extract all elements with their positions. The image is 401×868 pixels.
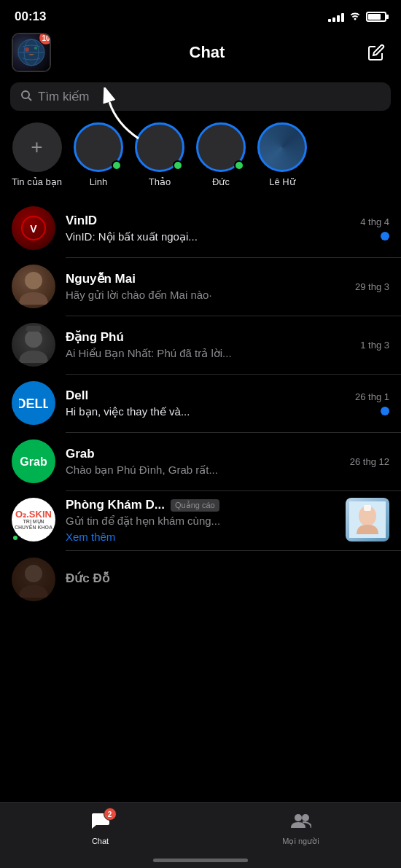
- stories-row: + Tin của bạn Linh Thảo Đức Lê Hữ: [0, 120, 401, 199]
- status-time: 00:13: [15, 9, 46, 24]
- chat-item-grab[interactable]: Grab Grab Chào bạn Phú Đình, Grab rất...…: [0, 432, 401, 490]
- chat-time-vinid: 4 thg 4: [360, 216, 389, 227]
- nav-badge-chat: 2: [104, 808, 117, 821]
- ad-name-phong-kham: Phòng Khám D...: [66, 498, 165, 512]
- chat-name-dell: Dell: [66, 388, 345, 403]
- online-indicator-duc: [234, 160, 244, 171]
- add-story-avatar: +: [12, 122, 62, 172]
- chat-content-dell: Dell Hi bạn, việc thay thế và...: [66, 388, 345, 418]
- status-bar: 00:13: [0, 0, 401, 29]
- chat-name-vinid: VinID: [66, 214, 350, 228]
- ad-preview-phong-kham: Gửi tin để đặt hẹn khám cùng...: [66, 515, 335, 528]
- search-icon: [20, 90, 32, 104]
- chat-preview-nguyen-mai: Hãy gửi lời chào đến Mai nào·: [66, 289, 345, 302]
- partial-content: Đức Đỗ: [66, 571, 389, 588]
- svg-point-21: [302, 814, 309, 821]
- chat-meta-vinid: 4 thg 4: [360, 216, 389, 241]
- ad-name-row: Phòng Khám D... Quảng cáo: [66, 498, 335, 512]
- chat-avatar-vinid: V: [12, 206, 55, 250]
- story-add[interactable]: + Tin của bạn: [12, 122, 62, 187]
- story-label-lehu: Lê Hữ: [269, 176, 295, 187]
- nav-icon-people-wrap: [291, 810, 311, 834]
- svg-point-5: [22, 91, 29, 98]
- chat-preview-dell: Hi bạn, việc thay thế và...: [66, 405, 345, 418]
- search-placeholder: Tìm kiếm: [38, 89, 89, 104]
- header: 10 Chat: [0, 29, 401, 79]
- nav-item-people[interactable]: Mọi người: [200, 810, 401, 846]
- story-label-linh: Linh: [90, 176, 108, 187]
- profile-avatar[interactable]: 10: [12, 33, 51, 72]
- chat-preview-vinid: VinID: Nội bất xuất ngoại...: [66, 230, 350, 243]
- chat-content-vinid: VinID VinID: Nội bất xuất ngoại...: [66, 214, 350, 243]
- notification-badge: 10: [39, 33, 51, 45]
- story-label-add: Tin của bạn: [12, 176, 62, 187]
- chat-meta-grab: 26 thg 12: [350, 456, 389, 467]
- nav-item-chat[interactable]: 2 Chat: [0, 810, 200, 845]
- chat-preview-dang-phu: Ai Hiểu Bạn Nhất: Phú đã trả lời...: [66, 347, 350, 360]
- unread-dot-dell: [381, 407, 389, 415]
- svg-text:V: V: [30, 223, 37, 235]
- partial-avatar: [12, 558, 55, 601]
- nav-label-people: Mọi người: [282, 837, 319, 846]
- chat-avatar-dell: DELL: [12, 381, 55, 425]
- chat-time-dell: 26 thg 1: [355, 391, 389, 402]
- chat-avatar-grab: Grab: [12, 439, 55, 483]
- svg-rect-13: [26, 326, 41, 332]
- svg-point-3: [25, 47, 29, 52]
- chat-meta-dang-phu: 1 thg 3: [360, 340, 389, 351]
- chat-content-nguyen-mai: Nguyễn Mai Hãy gửi lời chào đến Mai nào·: [66, 271, 345, 302]
- chat-name-dang-phu: Đặng Phú: [66, 329, 350, 345]
- svg-rect-18: [364, 505, 371, 511]
- svg-text:Grab: Grab: [20, 455, 47, 468]
- home-indicator: [153, 859, 248, 862]
- page-title: Chat: [51, 43, 363, 62]
- chat-item-vinid[interactable]: V VinID VinID: Nội bất xuất ngoại... 4 t…: [0, 199, 401, 257]
- story-label-duc: Đức: [212, 176, 230, 187]
- chat-item-phong-kham[interactable]: O₂.SKIN TRỊ MỤN CHUYÊN KHOA Phòng Khám D…: [0, 490, 401, 550]
- chat-avatar-dang-phu: [12, 323, 55, 367]
- unread-dot-vinid: [381, 232, 389, 241]
- chat-list: V VinID VinID: Nội bất xuất ngoại... 4 t…: [0, 199, 401, 609]
- chat-time-grab: 26 thg 12: [350, 456, 389, 467]
- story-lehu[interactable]: Lê Hữ: [257, 122, 307, 187]
- chat-meta-nguyen-mai: 29 thg 3: [355, 281, 389, 292]
- wifi-icon: [349, 10, 362, 23]
- chat-content-grab: Grab Chào bạn Phú Đình, Grab rất...: [66, 447, 340, 477]
- online-indicator-linh: [112, 160, 122, 171]
- story-avatar-lehu: [257, 122, 307, 172]
- svg-text:DELL: DELL: [19, 396, 48, 411]
- search-bar[interactable]: Tìm kiếm: [10, 82, 391, 111]
- online-dot-phong-kham: [12, 534, 19, 541]
- chat-item-partial: Đức Đỗ: [0, 550, 401, 609]
- story-duc[interactable]: Đức: [196, 122, 246, 187]
- chat-meta-dell: 26 thg 1: [355, 391, 389, 415]
- ad-badge-phong-kham: Quảng cáo: [171, 499, 219, 512]
- chat-name-grab: Grab: [66, 447, 340, 461]
- nav-label-chat: Chat: [92, 837, 109, 845]
- ad-content-phong-kham: Phòng Khám D... Quảng cáo Gửi tin để đặt…: [66, 498, 335, 543]
- chat-item-dell[interactable]: DELL Dell Hi bạn, việc thay thế và... 26…: [0, 374, 401, 432]
- partial-name: Đức Đỗ: [66, 571, 389, 586]
- nav-icon-chat-wrap: 2: [90, 810, 111, 834]
- story-label-thao: Thảo: [149, 176, 171, 187]
- ad-image-phong-kham: [346, 498, 389, 541]
- chat-preview-grab: Chào bạn Phú Đình, Grab rất...: [66, 464, 340, 477]
- svg-point-10: [25, 272, 42, 289]
- svg-point-11: [25, 330, 42, 348]
- svg-line-6: [28, 98, 31, 101]
- chat-item-nguyen-mai[interactable]: Nguyễn Mai Hãy gửi lời chào đến Mai nào·…: [0, 257, 401, 316]
- signal-icon: [328, 12, 344, 22]
- arrow-indicator: [95, 87, 153, 149]
- chat-avatar-nguyen-mai: [12, 265, 55, 308]
- chat-item-dang-phu[interactable]: Đặng Phú Ai Hiểu Bạn Nhất: Phú đã trả lờ…: [0, 316, 401, 374]
- status-icons: [328, 10, 386, 23]
- bottom-nav: 2 Chat Mọi người: [0, 802, 401, 868]
- compose-button[interactable]: [363, 39, 389, 66]
- svg-point-20: [295, 814, 302, 821]
- chat-content-dang-phu: Đặng Phú Ai Hiểu Bạn Nhất: Phú đã trả lờ…: [66, 329, 350, 360]
- ad-cta-phong-kham[interactable]: Xem thêm: [66, 531, 335, 543]
- svg-point-4: [34, 47, 37, 50]
- chat-time-dang-phu: 1 thg 3: [360, 340, 389, 351]
- online-indicator-thao: [173, 160, 183, 171]
- svg-point-19: [25, 565, 42, 582]
